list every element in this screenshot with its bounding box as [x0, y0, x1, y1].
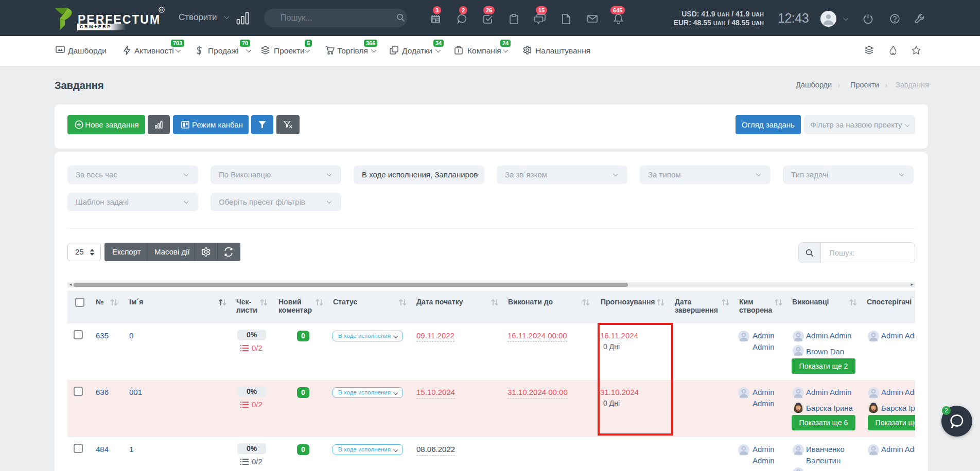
svg-text:R: R — [160, 8, 163, 12]
